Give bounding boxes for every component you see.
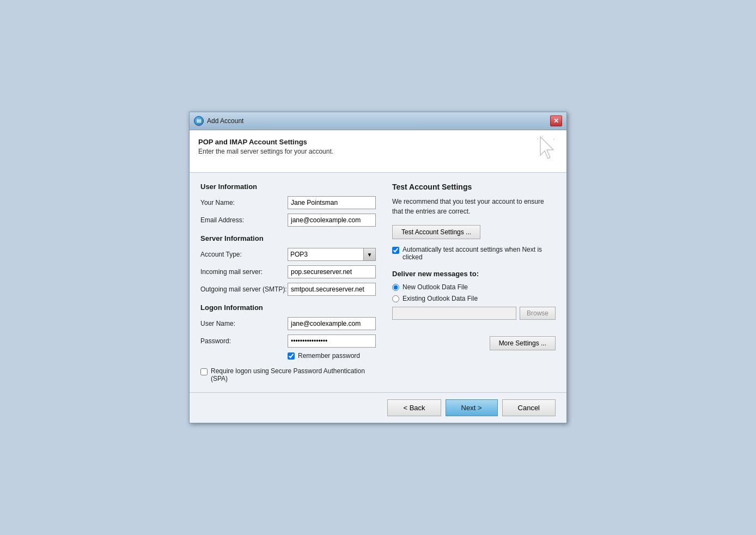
test-account-title: Test Account Settings <box>392 183 556 191</box>
header-area: POP and IMAP Account Settings Enter the … <box>190 130 566 173</box>
account-type-label: Account Type: <box>200 251 288 258</box>
window-title: Add Account <box>207 117 243 125</box>
cancel-button[interactable]: Cancel <box>502 399 556 416</box>
remember-password-row: Remember password <box>288 352 376 360</box>
new-outlook-radio[interactable] <box>392 284 399 291</box>
spa-row: Require logon using Secure Password Auth… <box>200 367 376 382</box>
new-outlook-row: New Outlook Data File <box>392 283 556 291</box>
svg-line-2 <box>553 139 554 140</box>
header-subtitle: Enter the mail server settings for your … <box>198 148 333 155</box>
your-name-row: Your Name: <box>200 196 376 209</box>
password-input[interactable] <box>288 335 376 348</box>
auto-test-label[interactable]: Automatically test account settings when… <box>403 246 556 261</box>
outgoing-server-label: Outgoing mail server (SMTP): <box>200 285 288 293</box>
existing-file-input[interactable] <box>392 307 516 320</box>
test-account-desc: We recommend that you test your account … <box>392 197 556 216</box>
left-panel: User Information Your Name: Email Addres… <box>200 183 376 382</box>
your-name-label: Your Name: <box>200 199 288 206</box>
account-type-select-wrapper: POP3 IMAP ▼ <box>288 248 376 261</box>
footer-area: < Back Next > Cancel <box>190 392 566 423</box>
spa-label[interactable]: Require logon using Secure Password Auth… <box>211 367 376 382</box>
account-type-row: Account Type: POP3 IMAP ▼ <box>200 248 376 261</box>
new-outlook-label[interactable]: New Outlook Data File <box>403 283 468 291</box>
spa-checkbox[interactable] <box>200 368 208 375</box>
more-settings-button[interactable]: More Settings ... <box>490 336 556 350</box>
title-bar: ✉ Add Account ✕ <box>190 112 566 130</box>
email-address-row: Email Address: <box>200 214 376 227</box>
header-text: POP and IMAP Account Settings Enter the … <box>198 138 333 155</box>
existing-outlook-radio[interactable] <box>392 295 399 302</box>
next-button[interactable]: Next > <box>446 399 498 416</box>
title-bar-left: ✉ Add Account <box>194 116 243 126</box>
email-address-input[interactable] <box>288 214 376 227</box>
deliver-title: Deliver new messages to: <box>392 270 556 278</box>
right-panel: Test Account Settings We recommend that … <box>392 183 556 382</box>
auto-test-checkbox[interactable] <box>392 247 399 254</box>
your-name-input[interactable] <box>288 196 376 209</box>
back-button[interactable]: < Back <box>387 399 441 416</box>
select-arrow-icon[interactable]: ▼ <box>364 248 376 261</box>
username-input[interactable] <box>288 317 376 330</box>
incoming-server-input[interactable] <box>288 265 376 278</box>
close-button[interactable]: ✕ <box>550 115 562 126</box>
test-account-settings-button[interactable]: Test Account Settings ... <box>392 225 480 239</box>
user-info-title: User Information <box>200 183 376 191</box>
outgoing-server-input[interactable] <box>288 283 376 296</box>
existing-file-row: Browse <box>392 307 556 320</box>
existing-outlook-row: Existing Outlook Data File <box>392 295 556 302</box>
password-row: Password: <box>200 335 376 348</box>
account-type-select[interactable]: POP3 IMAP <box>288 248 364 261</box>
username-label: User Name: <box>200 320 288 327</box>
existing-outlook-label[interactable]: Existing Outlook Data File <box>403 295 478 302</box>
browse-button[interactable]: Browse <box>520 307 556 320</box>
incoming-server-row: Incoming mail server: <box>200 265 376 278</box>
logon-info-title: Logon Information <box>200 303 376 312</box>
email-address-label: Email Address: <box>200 216 288 224</box>
remember-password-checkbox[interactable] <box>288 352 295 360</box>
server-info-title: Server Information <box>200 234 376 242</box>
add-account-window: ✉ Add Account ✕ POP and IMAP Account Set… <box>189 112 567 423</box>
incoming-server-label: Incoming mail server: <box>200 268 288 276</box>
main-content: User Information Your Name: Email Addres… <box>190 173 566 392</box>
auto-test-row: Automatically test account settings when… <box>392 246 556 261</box>
app-icon: ✉ <box>194 116 204 126</box>
password-label: Password: <box>200 337 288 345</box>
cursor-icon <box>537 136 558 165</box>
remember-password-label[interactable]: Remember password <box>298 352 360 360</box>
header-title: POP and IMAP Account Settings <box>198 138 333 146</box>
username-row: User Name: <box>200 317 376 330</box>
outgoing-server-row: Outgoing mail server (SMTP): <box>200 283 376 296</box>
more-settings-row: More Settings ... <box>392 336 556 350</box>
